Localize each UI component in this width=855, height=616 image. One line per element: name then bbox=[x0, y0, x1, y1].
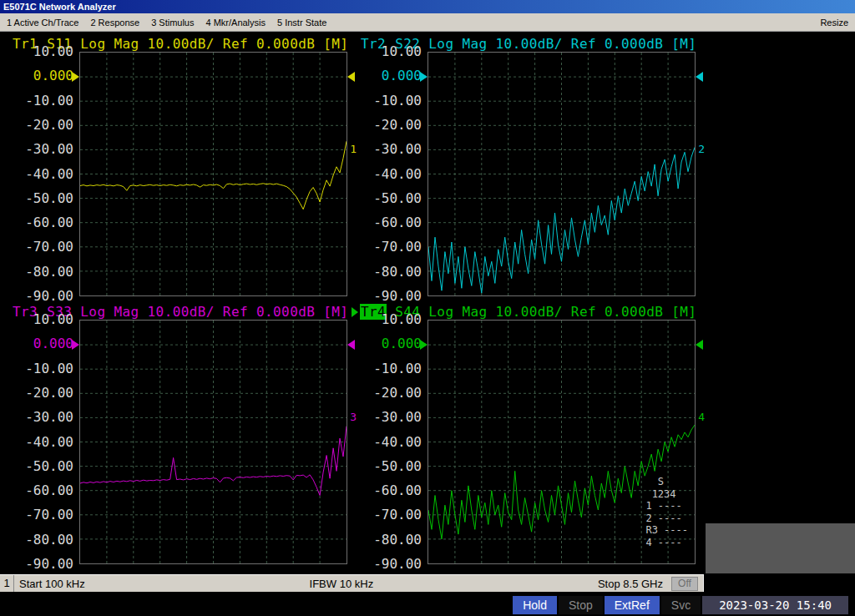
y-axis: 10.000.000-10.00-20.00-30.00-40.00-50.00… bbox=[5, 320, 79, 564]
y-axis-label: -90.00 bbox=[373, 558, 422, 571]
ref-level-marker-right-icon bbox=[696, 72, 703, 82]
ref-level-label: 0.000 bbox=[382, 69, 422, 83]
y-axis-label: -60.00 bbox=[373, 216, 422, 230]
y-axis-label: -90.00 bbox=[25, 558, 73, 571]
plot-area-tr4: 4 S 1234 1 ---- 2 ---- R3 ---- 4 ---- bbox=[428, 320, 696, 564]
y-axis-label: -80.00 bbox=[25, 533, 73, 547]
plot-svg bbox=[428, 53, 695, 295]
y-axis-label: -10.00 bbox=[25, 362, 73, 376]
y-axis-label: -50.00 bbox=[25, 192, 73, 205]
footer-status-bar: Hold Stop ExtRef Svc 2023-03-20 15:40 bbox=[0, 594, 855, 616]
chart-tr2: Tr2 S22 Log Mag 10.00dB/ Ref 0.000dB [M]… bbox=[353, 36, 704, 296]
y-axis-label: -50.00 bbox=[373, 192, 422, 205]
y-axis-label: 10.00 bbox=[33, 45, 73, 58]
y-axis-label: -20.00 bbox=[25, 386, 73, 400]
y-axis-label: -20.00 bbox=[25, 119, 73, 132]
menu-mkr-analysis[interactable]: 4 Mkr/Analysis bbox=[205, 18, 266, 28]
window-title: E5071C Network Analyzer bbox=[3, 2, 116, 12]
y-axis-label: -10.00 bbox=[25, 94, 73, 108]
channel-number: 1 bbox=[0, 575, 14, 592]
plot-svg bbox=[80, 53, 347, 295]
y-axis-label: 10.00 bbox=[33, 313, 73, 326]
plot-area-tr1: 1 bbox=[79, 52, 347, 296]
trace-format: Log Mag 10.00dB/ Ref 0.000dB bbox=[428, 304, 663, 320]
y-axis-label: -70.00 bbox=[25, 508, 73, 522]
y-axis-label: -40.00 bbox=[25, 168, 73, 181]
y-axis-label: -60.00 bbox=[25, 216, 73, 230]
ref-level-label: 0.000 bbox=[382, 337, 422, 351]
plot-svg bbox=[80, 321, 347, 563]
sweep-start-readout: Start 100 kHz bbox=[19, 578, 85, 590]
menu-stimulus[interactable]: 3 Stimulus bbox=[151, 18, 194, 28]
y-axis-label: -30.00 bbox=[25, 411, 73, 424]
trace-number-label: 2 bbox=[698, 143, 705, 155]
instrument-screen: Tr1 S11 Log Mag 10.00dB/ Ref 0.000dB [M]… bbox=[0, 32, 855, 594]
y-axis-label: -70.00 bbox=[25, 240, 73, 254]
stop-indicator: Stop bbox=[559, 596, 603, 614]
y-axis-label: -90.00 bbox=[25, 290, 73, 303]
y-axis: 10.000.000-10.00-20.00-30.00-40.00-50.00… bbox=[353, 52, 428, 296]
menu-active-ch-trace[interactable]: 1 Active Ch/Trace bbox=[7, 18, 78, 28]
y-axis-label: -50.00 bbox=[25, 460, 73, 473]
y-axis-label: -40.00 bbox=[25, 436, 73, 449]
trace-marker-mode: [M] bbox=[323, 304, 348, 320]
y-axis-label: -80.00 bbox=[373, 533, 422, 547]
title-bar: E5071C Network Analyzer bbox=[0, 0, 855, 13]
y-axis-label: -30.00 bbox=[25, 143, 73, 156]
active-trace-arrow-icon bbox=[352, 307, 358, 317]
y-axis-label: -80.00 bbox=[373, 265, 422, 279]
trace-marker-mode: [M] bbox=[671, 304, 696, 320]
port-status-legend: S 1234 1 ---- 2 ---- R3 ---- 4 ---- bbox=[645, 476, 688, 548]
ref-level-marker-left-icon bbox=[420, 340, 428, 350]
y-axis-label: -10.00 bbox=[373, 94, 422, 108]
off-indicator: Off bbox=[671, 577, 698, 591]
y-axis-label: -70.00 bbox=[373, 240, 422, 254]
ref-level-marker-right-icon bbox=[696, 340, 703, 350]
trace-marker-mode: [M] bbox=[671, 36, 696, 52]
menu-instr-state[interactable]: 5 Instr State bbox=[277, 18, 326, 28]
sweep-stop-readout: Stop 8.5 GHz bbox=[598, 578, 663, 590]
y-axis: 10.000.000-10.00-20.00-30.00-40.00-50.00… bbox=[5, 52, 79, 296]
ifbw-readout: IFBW 10 kHz bbox=[85, 578, 598, 590]
extref-indicator: ExtRef bbox=[605, 596, 660, 614]
y-axis-label: 10.00 bbox=[382, 45, 422, 58]
ref-level-marker-left-icon bbox=[72, 72, 79, 82]
y-axis-label: -60.00 bbox=[25, 484, 73, 497]
y-axis: 10.000.000-10.00-20.00-30.00-40.00-50.00… bbox=[353, 320, 428, 564]
plot-area-tr2: 2 bbox=[428, 52, 696, 296]
y-axis-label: -10.00 bbox=[373, 362, 422, 376]
y-axis-label: -40.00 bbox=[373, 436, 422, 449]
gray-panel bbox=[706, 523, 855, 573]
chart-tr1: Tr1 S11 Log Mag 10.00dB/ Ref 0.000dB [M]… bbox=[5, 36, 356, 296]
y-axis-label: -80.00 bbox=[25, 265, 73, 279]
chart-tr4: Tr4 S44 Log Mag 10.00dB/ Ref 0.000dB [M]… bbox=[353, 304, 704, 564]
ref-level-label: 0.000 bbox=[33, 337, 73, 351]
trace-number-label: 4 bbox=[698, 411, 705, 423]
clock: 2023-03-20 15:40 bbox=[702, 596, 848, 614]
trigger-hold-indicator: Hold bbox=[513, 596, 557, 614]
resize-button[interactable]: Resize bbox=[820, 18, 848, 28]
menu-bar: 1 Active Ch/Trace 2 Response 3 Stimulus … bbox=[0, 13, 855, 32]
y-axis-label: 10.00 bbox=[382, 313, 422, 326]
y-axis-label: -20.00 bbox=[373, 119, 422, 132]
y-axis-label: -20.00 bbox=[373, 386, 422, 400]
plot-area-tr3: 3 bbox=[79, 320, 347, 564]
svc-indicator: Svc bbox=[661, 596, 701, 614]
y-axis-label: -40.00 bbox=[373, 168, 422, 181]
trace-format: Log Mag 10.00dB/ Ref 0.000dB bbox=[80, 304, 315, 320]
ref-level-marker-left-icon bbox=[72, 340, 79, 350]
y-axis-label: -60.00 bbox=[373, 484, 422, 497]
y-axis-label: -30.00 bbox=[373, 411, 422, 424]
status-bar: 1 Start 100 kHz IFBW 10 kHz Stop 8.5 GHz… bbox=[0, 574, 704, 592]
chart-tr3: Tr3 S33 Log Mag 10.00dB/ Ref 0.000dB [M]… bbox=[5, 304, 356, 564]
ref-level-marker-left-icon bbox=[420, 72, 428, 82]
app-window: E5071C Network Analyzer 1 Active Ch/Trac… bbox=[0, 0, 855, 616]
y-axis-label: -50.00 bbox=[373, 460, 422, 473]
trace-format: Log Mag 10.00dB/ Ref 0.000dB bbox=[80, 36, 315, 52]
y-axis-label: -30.00 bbox=[373, 143, 422, 156]
menu-response[interactable]: 2 Response bbox=[90, 18, 139, 28]
trace-marker-mode: [M] bbox=[323, 36, 348, 52]
y-axis-label: -70.00 bbox=[373, 508, 422, 522]
ref-level-label: 0.000 bbox=[33, 69, 73, 83]
trace-format: Log Mag 10.00dB/ Ref 0.000dB bbox=[428, 36, 663, 52]
